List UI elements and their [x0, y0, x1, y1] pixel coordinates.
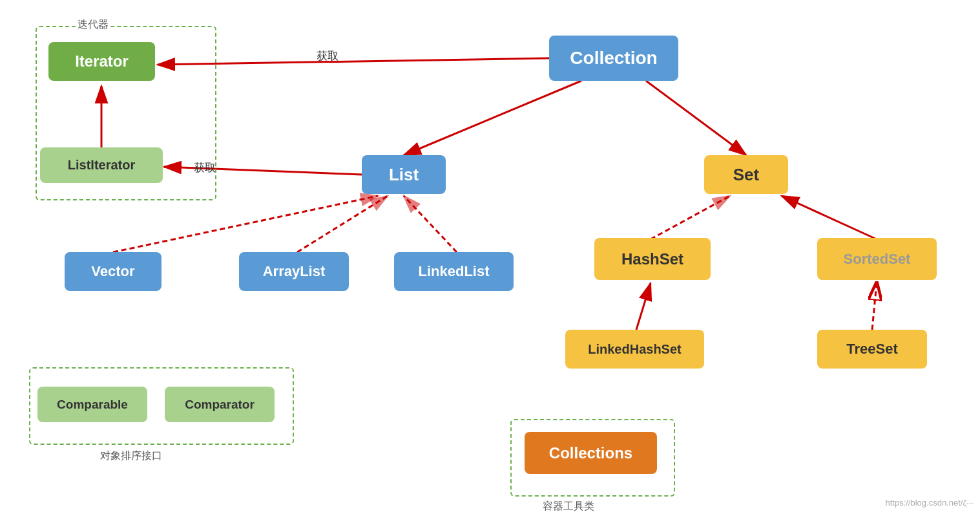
collection-node: Collection — [549, 36, 678, 81]
comparable-node: Comparable — [37, 387, 147, 422]
svg-line-9 — [297, 196, 388, 252]
svg-line-7 — [646, 81, 746, 155]
linkedlist-node: LinkedList — [394, 252, 514, 291]
sort-interface-label: 对象排序接口 — [100, 449, 162, 463]
iterator-box-label: 迭代器 — [78, 18, 109, 32]
treeset-node: TreeSet — [817, 330, 927, 369]
hashset-node: HashSet — [594, 238, 711, 280]
comparator-node: Comparator — [165, 387, 275, 422]
list-node: List — [362, 155, 446, 194]
svg-line-13 — [636, 283, 651, 330]
collections-node: Collections — [525, 432, 657, 474]
iterator-node: Iterator — [48, 42, 155, 81]
sortedset-node: SortedSet — [817, 238, 937, 280]
diagram-container: 迭代器 对象排序接口 容器工具类 获取 获取 Collection List S… — [0, 0, 980, 514]
arraylist-node: ArrayList — [239, 252, 349, 291]
vector-node: Vector — [65, 252, 162, 291]
set-node: Set — [704, 155, 788, 194]
listiterator-node: ListIterator — [40, 147, 163, 183]
linkedhashset-node: LinkedHashSet — [565, 330, 704, 369]
svg-line-10 — [404, 196, 457, 252]
svg-line-11 — [651, 196, 730, 239]
get-listiterator-label: 获取 — [194, 160, 216, 175]
get-iterator-label: 获取 — [317, 48, 339, 63]
svg-line-6 — [404, 81, 581, 155]
svg-line-8 — [113, 196, 378, 252]
watermark: https://blog.csdn.net/ζ··· — [885, 498, 974, 508]
container-util-label: 容器工具类 — [543, 500, 594, 513]
svg-line-14 — [872, 283, 877, 330]
svg-line-12 — [782, 196, 877, 239]
